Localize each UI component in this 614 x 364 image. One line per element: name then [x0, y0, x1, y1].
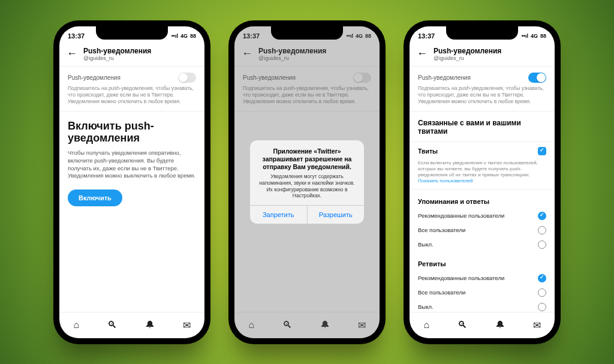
- phone-3: 13:37 ••ıl 4G 88 ← Push-уведомления @igu…: [404, 20, 561, 344]
- enable-button[interactable]: Включить: [68, 189, 122, 206]
- notch: [271, 26, 343, 40]
- push-toggle-label: Push-уведомления: [418, 74, 471, 81]
- group-retweets: Ретвиты Рекомендованные пользователи Все…: [410, 252, 555, 312]
- notch: [446, 26, 518, 40]
- back-arrow-icon[interactable]: ←: [67, 47, 77, 60]
- page-subtitle: @iguides_ru: [434, 55, 501, 61]
- group-title: Упоминания и ответы: [410, 189, 555, 209]
- bell-icon[interactable]: 🔔︎: [495, 320, 505, 330]
- page-title: Push-уведомления: [83, 47, 151, 55]
- permission-dialog: Приложение «Twitter» запрашивает разреше…: [250, 140, 364, 224]
- phone-1: 13:37 ••ıl 4G 88 ← Push-уведомления @igu…: [53, 20, 210, 344]
- tweets-help: Если включить уведомления о твитах польз…: [410, 160, 555, 189]
- battery-label: 88: [540, 33, 546, 39]
- notch: [96, 26, 168, 40]
- radio-off[interactable]: [538, 240, 546, 249]
- battery-label: 88: [190, 33, 196, 39]
- status-time: 13:37: [68, 32, 85, 40]
- push-toggle[interactable]: [178, 73, 196, 83]
- radio-recommended[interactable]: [538, 212, 546, 220]
- home-icon[interactable]: ⌂: [73, 320, 79, 330]
- back-arrow-icon[interactable]: ←: [417, 47, 428, 60]
- section-heading: Связанные с вами и вашими твитами: [410, 112, 555, 142]
- alert-message: Уведомления могут содержать напоминания,…: [250, 173, 364, 205]
- push-toggle-help: Подпишитесь на push-уведомления, чтобы у…: [59, 84, 204, 111]
- radio-recommended[interactable]: [538, 274, 546, 282]
- mail-icon[interactable]: ✉︎: [183, 320, 191, 331]
- status-time: 13:37: [418, 32, 435, 40]
- phone-2: 13:37 ••ıl 4G 88 ← Push-уведомления @igu…: [228, 20, 386, 344]
- push-toggle-label: Push-уведомления: [68, 74, 121, 81]
- signal-icon: ••ıl: [522, 33, 528, 39]
- deny-button[interactable]: Запретить: [250, 206, 308, 224]
- radio-off[interactable]: [538, 303, 546, 311]
- search-icon[interactable]: 🔍︎: [107, 320, 117, 330]
- tab-bar: ⌂ 🔍︎ 🔔︎ ✉︎: [59, 312, 204, 338]
- permission-dialog-overlay: Приложение «Twitter» запрашивает разреше…: [234, 26, 380, 338]
- tab-bar: ⌂ 🔍︎ 🔔︎ ✉︎: [410, 312, 555, 338]
- network-label: 4G: [180, 33, 188, 39]
- mail-icon[interactable]: ✉︎: [533, 320, 541, 331]
- page-title: Push-уведомления: [434, 47, 501, 55]
- alert-title: Приложение «Twitter» запрашивает разреше…: [250, 140, 364, 173]
- tweets-label: Твиты: [418, 148, 438, 155]
- push-toggle[interactable]: [528, 73, 546, 83]
- show-users-link[interactable]: Показать пользователей: [418, 178, 472, 183]
- nav-header: ← Push-уведомления @iguides_ru: [59, 43, 204, 67]
- network-label: 4G: [531, 33, 538, 39]
- signal-icon: ••ıl: [171, 33, 178, 39]
- page-subtitle: @iguides_ru: [83, 55, 151, 61]
- group-mentions: Упоминания и ответы Рекомендованные поль…: [410, 189, 555, 252]
- tweets-checkbox[interactable]: [538, 147, 546, 155]
- promo-body: Чтобы получать уведомления оперативно, в…: [68, 149, 196, 180]
- promo-title: Включить push-уведомления: [68, 120, 196, 145]
- radio-all[interactable]: [538, 288, 546, 297]
- bell-icon[interactable]: 🔔︎: [145, 320, 155, 330]
- radio-all[interactable]: [538, 226, 546, 234]
- allow-button[interactable]: Разрешить: [308, 206, 365, 224]
- nav-header: ← Push-уведомления @iguides_ru: [410, 43, 555, 67]
- home-icon[interactable]: ⌂: [423, 320, 429, 330]
- group-title: Ретвиты: [410, 252, 555, 271]
- search-icon[interactable]: 🔍︎: [458, 320, 467, 330]
- push-toggle-help: Подпишитесь на push-уведомления, чтобы у…: [410, 84, 555, 111]
